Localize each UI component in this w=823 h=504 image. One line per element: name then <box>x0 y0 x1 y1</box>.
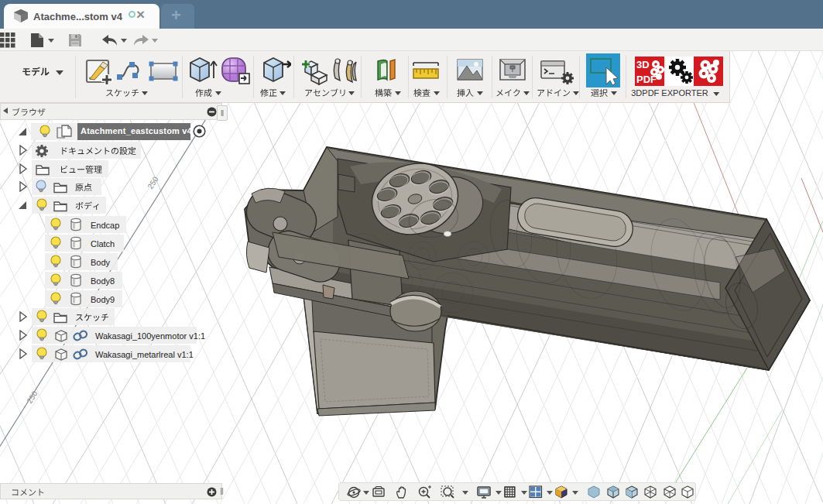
svg-text:250: 250 <box>25 389 39 405</box>
svg-text:250: 250 <box>146 175 159 190</box>
svg-text:3D: 3D <box>636 59 650 70</box>
